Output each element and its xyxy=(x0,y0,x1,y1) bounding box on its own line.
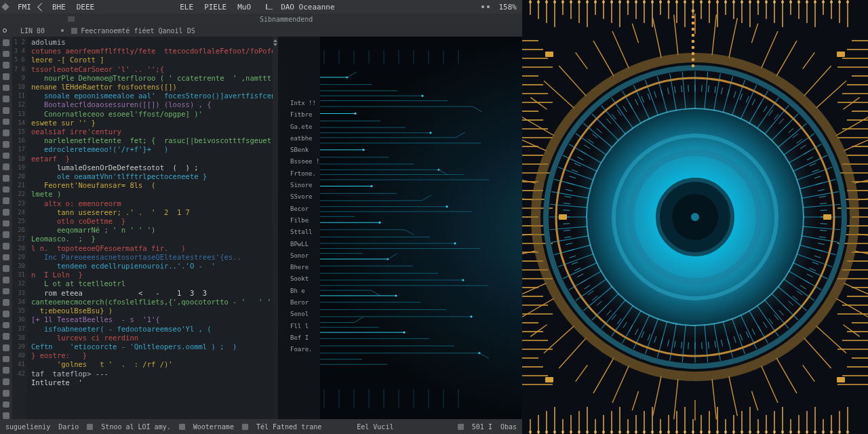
record-icon[interactable] xyxy=(3,28,7,33)
line-col-indicator[interactable]: LIN 80 xyxy=(20,27,45,35)
svg-point-114 xyxy=(684,1,686,3)
outline-item[interactable]: SBenk xyxy=(290,144,320,156)
branch-icon[interactable] xyxy=(3,73,9,80)
menu-item[interactable]: DEEE xyxy=(77,3,95,12)
outline-item[interactable]: Fll l xyxy=(290,321,320,332)
status-item[interactable]: 501 I xyxy=(472,423,492,431)
menu-item[interactable]: BHE xyxy=(52,3,66,12)
search-icon[interactable] xyxy=(3,62,9,68)
zoom-level[interactable]: 158% xyxy=(499,3,517,12)
code-line: tendeeo ecdellrupienouroir..'.'O - ' xyxy=(31,262,270,271)
play-icon[interactable] xyxy=(3,130,9,136)
heart-icon[interactable] xyxy=(3,390,9,397)
outline-item[interactable]: Frtone. xyxy=(290,168,320,180)
outline-item[interactable]: Beror xyxy=(290,297,320,309)
status-item[interactable]: Tél Fatned trane xyxy=(256,423,321,431)
flag-icon[interactable] xyxy=(3,367,9,374)
menu-icon[interactable] xyxy=(3,39,9,46)
outline-item[interactable]: eatbhe xyxy=(290,133,320,144)
status-item[interactable]: Wootername xyxy=(193,423,234,431)
minimap[interactable] xyxy=(273,37,278,419)
svg-point-452 xyxy=(692,58,695,62)
download-icon[interactable] xyxy=(3,265,9,272)
debug-icon[interactable] xyxy=(3,85,9,92)
window-controls[interactable] xyxy=(481,5,490,8)
outline-item[interactable]: Fitbre xyxy=(290,109,320,121)
inbox-icon[interactable] xyxy=(3,356,9,363)
outline-panel[interactable]: Intx !!FitbreGa.eteeatbheSBenkBssoee !Fr… xyxy=(278,37,320,419)
outline-item[interactable]: Bh e xyxy=(290,285,320,297)
image-icon[interactable] xyxy=(3,333,9,340)
extensions-icon[interactable] xyxy=(3,96,9,102)
svg-point-167 xyxy=(789,431,792,433)
circle-icon[interactable] xyxy=(3,107,9,114)
chevron-left-icon[interactable] xyxy=(37,3,46,12)
refresh-icon[interactable] xyxy=(3,254,9,261)
outline-item[interactable]: Bhere xyxy=(290,262,320,273)
svg-point-133 xyxy=(838,1,841,3)
svg-point-173 xyxy=(838,431,841,433)
outline-item[interactable]: Senol xyxy=(290,309,320,320)
target-icon[interactable] xyxy=(3,412,9,419)
svg-point-96 xyxy=(537,1,540,3)
clock-icon[interactable] xyxy=(3,197,9,204)
code-line: eetarf } xyxy=(31,155,270,163)
svg-line-371 xyxy=(563,210,570,211)
outline-item[interactable]: Foare. xyxy=(290,344,320,355)
status-item[interactable]: Obas xyxy=(500,423,517,431)
menu-item[interactable]: ELE xyxy=(180,3,193,12)
outline-item[interactable]: Sonor xyxy=(290,250,320,262)
tag-icon[interactable] xyxy=(3,209,9,216)
app-icon[interactable] xyxy=(1,3,9,10)
status-item[interactable]: Dario xyxy=(58,423,79,431)
outline-item[interactable]: Sttall xyxy=(290,226,320,238)
svg-point-104 xyxy=(602,1,605,3)
gear-icon[interactable] xyxy=(3,141,9,148)
file-path[interactable]: Feecranoemté fiéet Qanoil DS xyxy=(81,27,195,35)
code-line: n I Loln } xyxy=(31,271,270,279)
outline-item[interactable]: Sookt xyxy=(290,273,320,285)
svg-point-102 xyxy=(586,1,589,3)
menu-item[interactable]: MuO xyxy=(237,3,251,12)
user-icon[interactable] xyxy=(3,186,9,193)
svg-point-140 xyxy=(570,431,572,433)
database-icon[interactable] xyxy=(3,231,9,238)
folder-icon[interactable] xyxy=(3,311,9,317)
code-line: cotunes aeorfeomfflfftly/fete ttecocdofl… xyxy=(31,47,270,56)
square-icon[interactable] xyxy=(3,119,9,125)
files-icon[interactable] xyxy=(3,51,9,58)
outline-item[interactable]: Sinore xyxy=(290,180,320,191)
status-item[interactable]: Eel Vucil xyxy=(357,423,393,431)
outline-item[interactable]: SSvore xyxy=(290,191,320,203)
code-line: Intlurete ' xyxy=(31,378,270,387)
star-icon[interactable] xyxy=(3,378,9,385)
upload-icon[interactable] xyxy=(3,277,9,283)
outline-item[interactable]: Bef I xyxy=(290,332,320,344)
menu-item[interactable]: FMI xyxy=(18,3,31,12)
menu-item[interactable]: PIELE xyxy=(204,3,226,12)
bookmark-icon[interactable] xyxy=(3,220,9,227)
lock-icon[interactable] xyxy=(3,288,9,295)
svg-line-339 xyxy=(702,342,703,349)
outline-item[interactable]: Ga.ete xyxy=(290,121,320,133)
key-icon[interactable] xyxy=(3,299,9,306)
terminal-icon[interactable] xyxy=(3,163,9,170)
status-item[interactable]: Stnoo al LOI amy. xyxy=(101,423,170,431)
code-editor[interactable]: adolumiscotunes aeorfeomfflfftly/fete tt… xyxy=(27,37,273,419)
file-icon[interactable] xyxy=(3,322,9,329)
video-icon[interactable] xyxy=(3,344,9,351)
status-icon xyxy=(242,424,248,430)
shield-icon[interactable] xyxy=(3,153,9,159)
status-item[interactable]: suguelieniy xyxy=(5,423,50,431)
outline-item[interactable]: BPwLL xyxy=(290,239,320,250)
tab-icon[interactable] xyxy=(68,16,75,22)
link-icon[interactable] xyxy=(3,243,9,250)
outline-item[interactable]: Bssoee ! xyxy=(290,156,320,167)
bell-icon[interactable] xyxy=(3,175,9,182)
pin-icon[interactable] xyxy=(3,401,9,408)
svg-point-139 xyxy=(561,431,564,433)
outline-item[interactable]: Becor xyxy=(290,203,320,215)
svg-point-115 xyxy=(692,1,694,3)
outline-item[interactable]: Filbe xyxy=(290,215,320,226)
outline-item[interactable]: Intx !! xyxy=(290,98,320,109)
